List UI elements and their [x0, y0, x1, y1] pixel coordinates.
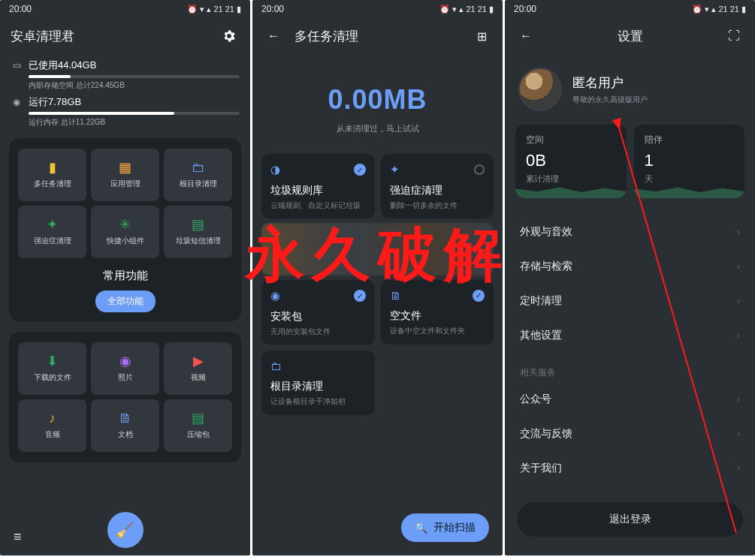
memory-total-label: 运行内存 总计11.22GB [29, 117, 240, 128]
shield-icon: ◑ [270, 163, 280, 176]
screen-home: 20:00 ⏰ ▾ ▴ 21 21 ▮ 安卓清理君 ▭ 已使用44.04GB 内… [0, 0, 250, 555]
check-icon[interactable] [474, 164, 485, 175]
feature-ocd[interactable]: ✦强迫症清理 [18, 206, 86, 258]
memory-progress [29, 112, 240, 115]
set-other[interactable]: 其他设置› [505, 318, 755, 353]
feature-root[interactable]: 🗀根目录清理 [164, 149, 232, 201]
all-features-button[interactable]: 全部功能 [95, 291, 156, 312]
status-time: 20:00 [261, 4, 284, 14]
file-icon: 🗎 [390, 289, 401, 302]
search-icon: 🔍 [415, 522, 427, 534]
result-value: 0.00MB [252, 84, 503, 116]
app-bar: 安卓清理君 [0, 18, 250, 54]
status-time: 20:00 [514, 4, 536, 14]
gear-icon[interactable] [219, 26, 240, 47]
storage-card[interactable]: ▭ 已使用44.04GB 内部存储空间 总计224.45GB [11, 59, 240, 91]
profile-section[interactable]: 匿名用户 尊敬的永久高级版用户 [505, 54, 755, 119]
android-icon: ◉ [11, 97, 23, 107]
memory-card[interactable]: ◉ 运行7.78GB 运行内存 总计11.22GB [11, 95, 240, 128]
scan-icon[interactable]: ⛶ [723, 26, 744, 47]
status-bar: 20:00 ⏰ ▾ ▴ 21 21 ▮ [252, 0, 503, 18]
battery-icon: ▮ [49, 161, 56, 174]
card-empty[interactable]: 🗎✓ 空文件 设备中空文件和文件夹 [381, 280, 494, 345]
status-bar: 20:00 ⏰ ▾ ▴ 21 21 ▮ [0, 0, 250, 18]
set-storage[interactable]: 存储与检索› [505, 249, 755, 284]
screen-settings: 20:00 ⏰ ▾ ▴ 21 21 ▮ ← 设置 ⛶ 匿名用户 尊敬的永久高级版… [505, 0, 755, 555]
section-title: 常用功能 [18, 269, 232, 283]
files-panel: ⬇下载的文件 ◉照片 ▶视频 ♪音频 🗎文档 ▤压缩包 [9, 332, 241, 462]
screen-title: 多任务清理 [294, 28, 358, 45]
stat-space[interactable]: 空间 0B 累计清理 [515, 125, 627, 198]
app-bar: ← 设置 ⛶ [505, 18, 755, 54]
card-apk[interactable]: ◉✓ 安装包 无用的安装包文件 [261, 280, 375, 345]
broom-icon: 🧹 [116, 521, 134, 539]
wave-decoration [515, 185, 627, 198]
storage-progress [29, 75, 240, 78]
chevron-icon: › [737, 429, 740, 439]
stat-days[interactable]: 陪伴 1 天 [634, 125, 745, 198]
feature-sms[interactable]: ▤垃圾短信清理 [164, 206, 232, 258]
set-schedule[interactable]: 定时清理› [505, 284, 755, 318]
app-title: 安卓清理君 [11, 28, 74, 45]
chevron-icon: › [737, 296, 740, 306]
features-panel: ▮多任务清理 ▦应用管理 🗀根目录清理 ✦强迫症清理 ✳快捷小组件 ▤垃圾短信清… [9, 138, 241, 321]
status-icons: ⏰ ▾ ▴ 21 21 ▮ [187, 5, 241, 14]
feature-apps[interactable]: ▦应用管理 [91, 149, 159, 201]
menu-icon[interactable]: ≡ [14, 529, 22, 545]
status-bar: 20:00 ⏰ ▾ ▴ 21 21 ▮ [505, 0, 755, 18]
video-icon: ▶ [193, 354, 204, 368]
set-about[interactable]: 关于我们› [505, 451, 755, 486]
settings-list: 外观与音效› 存储与检索› 定时清理› 其他设置› 相关服务 公众号› 交流与反… [505, 215, 755, 486]
set-feedback[interactable]: 交流与反馈› [505, 417, 755, 451]
bulb-icon: ✳ [119, 218, 131, 231]
status-icons: ⏰ ▾ ▴ 21 21 ▮ [439, 5, 494, 14]
star-icon: ✦ [47, 218, 58, 231]
set-wechat[interactable]: 公众号› [505, 382, 755, 417]
card-root-single[interactable]: 🗀 根目录清理 让设备根目录干净如初 [261, 351, 375, 415]
files-docs[interactable]: 🗎文档 [91, 399, 159, 452]
storage-total-label: 内部存储空间 总计224.45GB [29, 80, 240, 91]
group-label: 相关服务 [505, 353, 755, 382]
scan-button[interactable]: 🔍 开始扫描 [401, 513, 489, 542]
wave-decoration [634, 185, 745, 198]
download-icon: ⬇ [47, 354, 58, 368]
grid-icon: ▦ [119, 161, 131, 174]
files-photos[interactable]: ◉照片 [91, 342, 159, 395]
chevron-icon: › [737, 330, 740, 341]
logout-button[interactable]: 退出登录 [517, 502, 743, 537]
chevron-icon: › [737, 463, 740, 474]
chevron-icon: › [737, 261, 740, 272]
files-downloads[interactable]: ⬇下载的文件 [18, 342, 86, 395]
username: 匿名用户 [572, 74, 648, 92]
camera-icon: ◉ [119, 354, 131, 368]
back-icon[interactable]: ← [263, 26, 284, 47]
feature-multitask[interactable]: ▮多任务清理 [18, 149, 86, 201]
card-ocd[interactable]: ✦ 强迫症清理 删除一切多余的文件 [381, 154, 494, 218]
result-display: 0.00MB 从未清理过，马上试试 [252, 84, 503, 134]
check-icon[interactable]: ✓ [354, 290, 366, 302]
card-ruleset[interactable]: ◑✓ 垃圾规则库 云端规则、自定义标记垃圾 [261, 154, 375, 218]
folder-icon: 🗀 [270, 360, 282, 372]
files-audio[interactable]: ♪音频 [18, 399, 86, 452]
hidden-row [261, 223, 494, 275]
chat-icon: ▤ [192, 218, 204, 231]
game-icon[interactable]: ⊞ [471, 26, 492, 47]
files-videos[interactable]: ▶视频 [164, 342, 232, 395]
avatar[interactable] [518, 68, 562, 111]
set-appearance[interactable]: 外观与音效› [505, 215, 755, 249]
screen-title: 设置 [618, 28, 643, 45]
feature-widget[interactable]: ✳快捷小组件 [91, 206, 159, 258]
check-icon[interactable]: ✓ [354, 164, 366, 176]
chevron-icon: › [737, 227, 740, 237]
status-icons: ⏰ ▾ ▴ 21 21 ▮ [692, 5, 746, 14]
status-time: 20:00 [9, 4, 32, 14]
back-icon[interactable]: ← [515, 26, 536, 47]
chevron-icon: › [737, 394, 740, 405]
result-sub: 从未清理过，马上试试 [252, 123, 503, 134]
clean-fab[interactable]: 🧹 [107, 512, 143, 548]
check-icon[interactable]: ✓ [473, 290, 485, 302]
files-zip[interactable]: ▤压缩包 [164, 399, 232, 452]
music-icon: ♪ [49, 411, 56, 425]
screen-multitask: 20:00 ⏰ ▾ ▴ 21 21 ▮ ← 多任务清理 ⊞ 0.00MB 从未清… [252, 0, 503, 555]
zip-icon: ▤ [192, 411, 204, 425]
